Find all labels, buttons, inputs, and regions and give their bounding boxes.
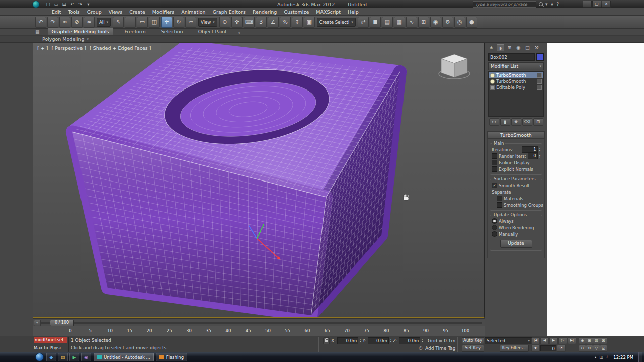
taskbar-button-flashing[interactable]: Flashing — [156, 353, 187, 361]
coordinate-z-field[interactable]: 0.0m — [399, 337, 420, 344]
maximize-viewport-button[interactable]: ◱ — [600, 345, 607, 352]
coordinate-y-field[interactable]: 0.0m — [368, 337, 389, 344]
menu-customize[interactable]: Customize — [280, 8, 312, 16]
redo-button[interactable]: ↷ — [47, 17, 58, 28]
tab-graphite-modeling-tools[interactable]: Graphite Modeling Tools — [48, 28, 113, 35]
update-button[interactable]: Update — [500, 240, 532, 248]
select-and-link-button[interactable]: ∞ — [59, 17, 70, 28]
tab-selection[interactable]: Selection — [157, 28, 187, 35]
editable-poly-icon[interactable] — [490, 85, 495, 90]
menu-help[interactable]: Help — [344, 8, 362, 16]
ribbon-minimize-icon[interactable]: ▾ — [238, 31, 240, 35]
key-mode-toggle-button[interactable]: ◆ — [531, 345, 540, 352]
update-when-rendering-radio[interactable] — [492, 225, 497, 230]
spinner-down-icon[interactable]: ▾ — [360, 341, 361, 343]
smoothing-groups-checkbox[interactable] — [497, 202, 502, 208]
pan-button[interactable]: ↔ — [579, 345, 586, 352]
zoom-button[interactable]: ⊕ — [579, 337, 586, 344]
orbit-button[interactable]: ↻ — [586, 345, 593, 352]
lock-selection-icon[interactable] — [323, 337, 330, 344]
key-filters-button[interactable]: Key Filters... — [500, 345, 529, 352]
close-button[interactable]: × — [602, 1, 611, 8]
menu-rendering[interactable]: Rendering — [249, 8, 281, 16]
go-to-end-button[interactable]: ▶| — [568, 337, 576, 344]
infocenter-search-input[interactable] — [473, 1, 536, 8]
window-crossing-button[interactable]: ◫ — [149, 17, 160, 28]
align-button[interactable]: ≣ — [370, 17, 381, 28]
mirror-button[interactable]: ⇄ — [358, 17, 369, 28]
show-end-result-button[interactable]: ▮ — [500, 118, 510, 126]
reference-coordinate-dropdown[interactable]: View▾ — [198, 18, 217, 27]
material-editor-button[interactable]: ◉ — [430, 17, 441, 28]
iterations-field[interactable]: 1 — [522, 146, 538, 153]
make-unique-button[interactable]: ❖ — [511, 118, 521, 126]
spinner-down-icon[interactable]: ▾ — [422, 341, 423, 343]
polygon-modeling-panel[interactable]: Polygon Modeling — [42, 36, 85, 42]
selection-filter-dropdown[interactable]: All▾ — [97, 18, 111, 27]
named-selection-dropdown[interactable]: Create Selecti▾ — [317, 18, 356, 27]
create-tab[interactable]: ∗ — [488, 44, 495, 51]
taskbar-app-3[interactable]: ▶ — [69, 353, 79, 361]
zoom-extents-button[interactable]: ⊡ — [593, 337, 600, 344]
spinner-snap-button[interactable]: ↕ — [292, 17, 303, 28]
communication-center-icon[interactable]: ▾ — [545, 2, 548, 7]
cube-object[interactable] — [72, 47, 400, 315]
pin-stack-button[interactable]: ⊷ — [489, 118, 499, 126]
render-iters-checkbox[interactable] — [492, 153, 497, 159]
modify-tab[interactable]: ◗ — [497, 44, 504, 51]
bind-to-space-warp-button[interactable]: ≈ — [84, 17, 95, 28]
curve-editor-button[interactable]: ∿ — [406, 17, 417, 28]
fov-button[interactable]: ▽ — [593, 345, 600, 352]
undo-small-icon[interactable]: ↶ — [69, 1, 75, 7]
save-file-icon[interactable]: ⬓ — [61, 1, 67, 7]
taskbar-app-4[interactable]: ◉ — [81, 353, 91, 361]
auto-key-button[interactable]: Auto Key — [462, 337, 484, 344]
ribbon-config-icon[interactable]: ▦ — [35, 28, 40, 35]
show-desktop-button[interactable] — [638, 352, 642, 362]
taskbar-app-2[interactable]: ▤ — [58, 353, 68, 361]
maxscript-listener-line2[interactable]: Max to Physc — [34, 345, 62, 350]
minimize-button[interactable]: – — [583, 1, 592, 8]
search-icon[interactable] — [539, 2, 543, 6]
render-setup-button[interactable]: ⚙ — [442, 17, 453, 28]
track-bar[interactable]: 0510152025303540455055606570758085909510… — [33, 326, 485, 337]
rollout-header[interactable]: TurboSmooth — [487, 131, 545, 139]
next-frame-button[interactable]: ▷ — [558, 337, 567, 344]
materials-checkbox[interactable] — [497, 196, 502, 201]
tray-icon[interactable]: ▴ — [595, 355, 597, 359]
set-key-button[interactable]: Set Key — [462, 345, 484, 352]
spinner-down-icon[interactable]: ▾ — [539, 156, 540, 158]
menu-group[interactable]: Group — [84, 8, 105, 16]
explicit-normals-checkbox[interactable] — [492, 166, 497, 172]
tab-object-paint[interactable]: Object Paint — [195, 28, 230, 35]
time-slider-track[interactable] — [41, 322, 482, 324]
add-time-tag[interactable]: Add Time Tag — [425, 346, 455, 351]
menu-views[interactable]: Views — [105, 8, 126, 16]
update-always-radio[interactable] — [492, 218, 497, 224]
tab-freeform[interactable]: Freeform — [121, 28, 149, 35]
modifier-stack-row-turbosmooth[interactable]: TurboSmooth — [489, 78, 543, 84]
graphite-toggle-button[interactable]: ▦ — [394, 17, 405, 28]
redo-small-icon[interactable]: ↷ — [77, 1, 84, 7]
modifier-list-dropdown[interactable]: Modifier List ▾ — [488, 62, 544, 70]
go-to-start-button[interactable]: |◀ — [531, 337, 540, 344]
viewcube[interactable] — [436, 50, 473, 82]
select-and-scale-button[interactable]: ▱ — [185, 17, 196, 28]
viewport-canvas[interactable] — [33, 43, 484, 317]
utilities-tab[interactable]: ⚒ — [533, 44, 540, 51]
angle-snap-button[interactable]: ∠ — [268, 17, 279, 28]
tray-icon[interactable]: ◫ — [599, 355, 603, 359]
coordinate-x-field[interactable]: 0.0m — [337, 337, 358, 344]
zoom-all-button[interactable]: ⊞ — [586, 337, 593, 344]
maxscript-mini-listener[interactable]: modPanel.set — [34, 337, 67, 343]
menu-animation[interactable]: Animation — [178, 8, 209, 16]
open-file-icon[interactable]: ▭ — [53, 1, 59, 7]
lightbulb-icon[interactable] — [490, 73, 495, 78]
object-name-field[interactable] — [488, 53, 535, 61]
taskbar-clock[interactable]: 12:22 PM — [611, 355, 635, 360]
layer-manager-button[interactable]: ▤ — [382, 17, 393, 28]
perspective-viewport[interactable]: [ + ][ Perspective ][ Shaded + Edged Fac… — [33, 43, 485, 318]
unlink-selection-button[interactable]: ⊘ — [71, 17, 83, 28]
tray-icon[interactable]: ♪ — [606, 355, 609, 359]
menu-graph-editors[interactable]: Graph Editors — [209, 8, 249, 16]
